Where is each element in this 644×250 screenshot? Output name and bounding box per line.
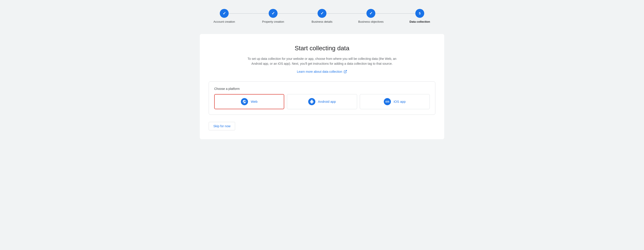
web-icon [241, 98, 248, 105]
step-business-details: ✓ Business details [298, 9, 346, 23]
platform-ios-button[interactable]: iOS iOS app [360, 94, 430, 109]
step-number-5: 5 [419, 12, 421, 15]
android-label: Android app [318, 100, 336, 103]
step-business-objectives: ✓ Business objectives [346, 9, 395, 23]
learn-more-link[interactable]: Learn more about data collection [209, 70, 435, 73]
step-data-collection: 5 Data collection [395, 9, 444, 23]
platform-options: Web Android app iOS iOS app [214, 94, 430, 109]
checkmark-icon-1: ✓ [223, 11, 226, 16]
step-label-3: Business details [312, 20, 332, 23]
page-description: To set up data collection for your websi… [246, 56, 398, 66]
step-property-creation: ✓ Property creation [249, 9, 298, 23]
external-link-icon [344, 70, 347, 73]
skip-for-now-button[interactable]: Skip for now [209, 122, 235, 130]
step-account-creation: ✓ Account creation [200, 9, 249, 23]
platform-web-button[interactable]: Web [214, 94, 284, 109]
learn-more-text: Learn more about data collection [297, 70, 342, 73]
page-container: ✓ Account creation ✓ Property creation ✓… [200, 9, 444, 139]
ios-label: iOS app [394, 100, 406, 103]
checkmark-icon-2: ✓ [272, 11, 275, 16]
svg-line-0 [345, 70, 347, 72]
web-label: Web [251, 100, 258, 103]
platform-android-button[interactable]: Android app [287, 94, 357, 109]
checkmark-icon-3: ✓ [320, 11, 324, 16]
step-circle-4: ✓ [366, 9, 375, 18]
step-label-2: Property creation [262, 20, 284, 23]
main-content: Start collecting data To set up data col… [200, 34, 444, 139]
ios-icon: iOS [384, 98, 391, 105]
stepper: ✓ Account creation ✓ Property creation ✓… [200, 9, 444, 23]
step-circle-3: ✓ [318, 9, 326, 18]
step-label-5: Data collection [410, 20, 430, 23]
platform-label: Choose a platform [214, 87, 430, 91]
page-title: Start collecting data [209, 45, 435, 52]
step-circle-1: ✓ [220, 9, 229, 18]
android-icon [308, 98, 315, 105]
step-label-1: Account creation [214, 20, 235, 23]
checkmark-icon-4: ✓ [369, 11, 373, 16]
step-circle-2: ✓ [269, 9, 278, 18]
platform-section: Choose a platform Web [209, 81, 435, 115]
step-circle-5: 5 [415, 9, 424, 18]
step-label-4: Business objectives [358, 20, 384, 23]
